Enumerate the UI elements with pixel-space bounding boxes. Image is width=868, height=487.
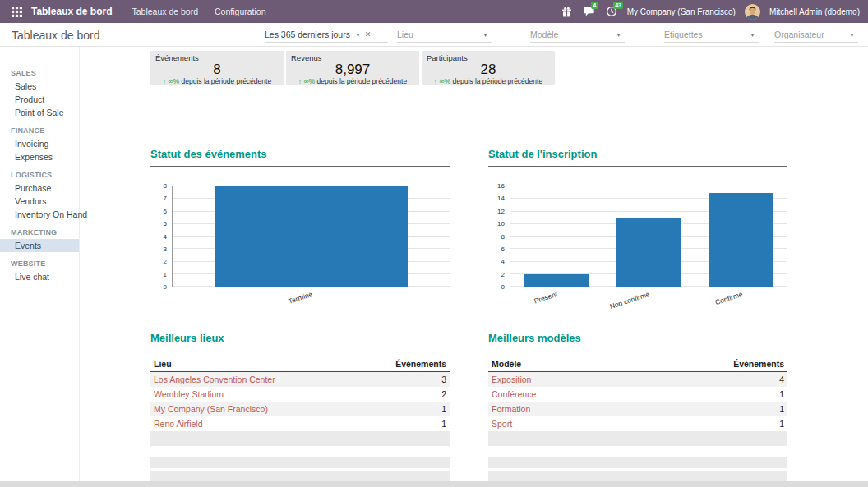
filter-select-venue[interactable]: Lieu ▼: [397, 27, 492, 43]
y-tick-label: 2: [164, 259, 167, 265]
sidebar-item-live-chat[interactable]: Live chat: [0, 270, 79, 283]
horizontal-scrollbar[interactable]: [0, 481, 868, 487]
table-top-templates: Modèle Événements Exposition 4 Conférenc…: [488, 356, 787, 446]
y-tick-label: 8: [501, 234, 505, 241]
kpi-note: ↑ ∞% depuis la période précédente: [155, 77, 279, 86]
chart-bar[interactable]: [215, 186, 409, 287]
messages-icon[interactable]: 4: [583, 5, 596, 18]
chevron-down-icon[interactable]: ▼: [750, 32, 755, 38]
y-tick-label: 3: [164, 246, 167, 253]
chevron-down-icon[interactable]: ▼: [849, 32, 855, 38]
placeholder-group: [488, 457, 787, 482]
current-app-title[interactable]: Tableaux de bord: [31, 6, 112, 17]
placeholder-row: [488, 457, 787, 468]
table-row[interactable]: My Company (San Francisco) 1: [150, 402, 450, 416]
table-row[interactable]: Sport 1: [488, 416, 787, 431]
gift-icon[interactable]: [561, 5, 574, 18]
event-count: 1: [389, 404, 446, 414]
sidebar-item-purchase[interactable]: Purchase: [0, 181, 79, 195]
sidebar-item-inventory-on-hand[interactable]: Inventory On Hand: [0, 208, 79, 221]
company-switcher[interactable]: My Company (San Francisco): [627, 7, 736, 16]
kpi-note: ↑ ∞% depuis la période précédente: [427, 77, 550, 86]
charts-row: Statut des événements 012345678 Terminé …: [150, 148, 787, 307]
y-tick-label: 7: [164, 195, 167, 202]
filter-select-template-placeholder: Modèle: [530, 30, 558, 39]
kpi-delta: ∞%: [439, 77, 450, 85]
placeholder-row: [150, 457, 450, 468]
apps-grid-icon[interactable]: [8, 3, 25, 20]
sidebar-section-logistics: LOGISTICS Purchase Vendors Inventory On …: [0, 171, 79, 221]
topbar-right-group: 4 43 My Company (San Francisco) Mitchell…: [561, 4, 860, 20]
y-tick-label: 6: [501, 246, 505, 253]
filter-select-venue-placeholder: Lieu: [397, 30, 413, 39]
x-tick-label: Confirmé: [714, 290, 744, 306]
arrow-up-icon: ↑: [163, 77, 166, 85]
filter-select-template[interactable]: Modèle ▼: [530, 27, 625, 43]
chart-bar[interactable]: [524, 274, 589, 287]
table-row[interactable]: Wembley Stadium 2: [150, 387, 450, 402]
sidebar-section-sales: SALES Sales Product Point of Sale: [0, 69, 79, 119]
sidebar-section-label: SALES: [0, 69, 79, 80]
activities-clock-icon[interactable]: 43: [605, 5, 618, 18]
table-row[interactable]: Conférence 1: [488, 387, 787, 402]
kpi-card-events: Événements 8 ↑ ∞% depuis la période préc…: [150, 51, 284, 85]
top-navbar: Tableaux de bord Tableaux de bord Config…: [0, 0, 868, 23]
plot-area: [172, 186, 450, 287]
y-tick-label: 6: [164, 209, 167, 215]
menu-configuration[interactable]: Configuration: [215, 7, 265, 16]
y-tick-label: 5: [164, 221, 167, 227]
x-tick-label: Présent: [533, 290, 558, 306]
event-count: 2: [389, 389, 446, 399]
table-row[interactable]: Reno Airfield 1: [150, 416, 450, 431]
chart-bar[interactable]: [616, 218, 681, 287]
chart-bar[interactable]: [709, 193, 774, 287]
column-header: Événements: [389, 359, 446, 369]
menu-dashboards[interactable]: Tableaux de bord: [132, 7, 198, 16]
kpi-value: 8,997: [291, 62, 414, 77]
event-count: 1: [727, 419, 784, 429]
kpi-row: Événements 8 ↑ ∞% depuis la période préc…: [150, 51, 787, 85]
sidebar-section-marketing: MARKETING Events: [0, 228, 79, 252]
table-row[interactable]: Exposition 4: [488, 372, 787, 387]
chevron-down-icon[interactable]: ▼: [355, 32, 361, 38]
table-row[interactable]: Formation 1: [488, 402, 787, 416]
filter-select-organizer-placeholder: Organisateur: [774, 30, 824, 39]
odoo-window: Tableaux de bord Tableaux de bord Config…: [0, 0, 868, 487]
dashboard-main: Événements 8 ↑ ∞% depuis la période préc…: [80, 47, 868, 487]
filter-select-tags[interactable]: Étiquettes ▼: [664, 27, 759, 43]
column-header: Lieu: [154, 359, 389, 369]
chart-title: Statut des événements: [150, 148, 450, 167]
sidebar-item-events[interactable]: Events: [0, 239, 79, 252]
kpi-note: ↑ ∞% depuis la période précédente: [291, 77, 414, 86]
user-menu[interactable]: Mitchell Admin (dbdemo): [769, 7, 860, 16]
chart-section-event-status: Statut des événements 012345678 Terminé: [150, 148, 450, 307]
chevron-down-icon[interactable]: ▼: [616, 32, 621, 38]
date-range-filter[interactable]: Les 365 derniers jours ▼ ✕: [265, 27, 388, 43]
template-name: Conférence: [492, 389, 727, 399]
event-count: 3: [389, 374, 446, 384]
bar-chart-registration-status: 0246810121416 PrésentNon confirméConfirm…: [488, 186, 787, 307]
filter-select-tags-placeholder: Étiquettes: [664, 30, 703, 39]
column-header: Événements: [727, 359, 784, 369]
table-row[interactable]: Los Angeles Convention Center 3: [150, 372, 450, 387]
sidebar-item-invoicing[interactable]: Invoicing: [0, 137, 79, 150]
kpi-delta: ∞%: [303, 77, 315, 85]
filter-select-organizer[interactable]: Organisateur ▼: [774, 27, 858, 43]
sidebar-item-vendors[interactable]: Vendors: [0, 195, 79, 208]
y-tick-label: 2: [501, 272, 505, 278]
venue-name: Los Angeles Convention Center: [154, 374, 389, 384]
x-axis-labels: PrésentNon confirméConfirmé: [510, 287, 787, 307]
sidebar-item-sales[interactable]: Sales: [0, 80, 79, 93]
clear-filter-icon[interactable]: ✕: [365, 30, 372, 39]
table-section-top-templates: Meilleurs modèles Modèle Événements Expo…: [488, 332, 787, 485]
chart-title: Statut de l'inscription: [488, 148, 787, 167]
template-name: Exposition: [492, 374, 727, 384]
x-tick-label: Terminé: [287, 290, 313, 306]
user-avatar[interactable]: [745, 4, 760, 20]
sidebar-section-label: WEBSITE: [0, 260, 79, 270]
sidebar-item-product[interactable]: Product: [0, 93, 79, 106]
sidebar-item-point-of-sale[interactable]: Point of Sale: [0, 106, 79, 119]
y-axis: 0246810121416: [488, 186, 510, 287]
sidebar-item-expenses[interactable]: Expenses: [0, 150, 79, 163]
chevron-down-icon[interactable]: ▼: [482, 32, 488, 38]
